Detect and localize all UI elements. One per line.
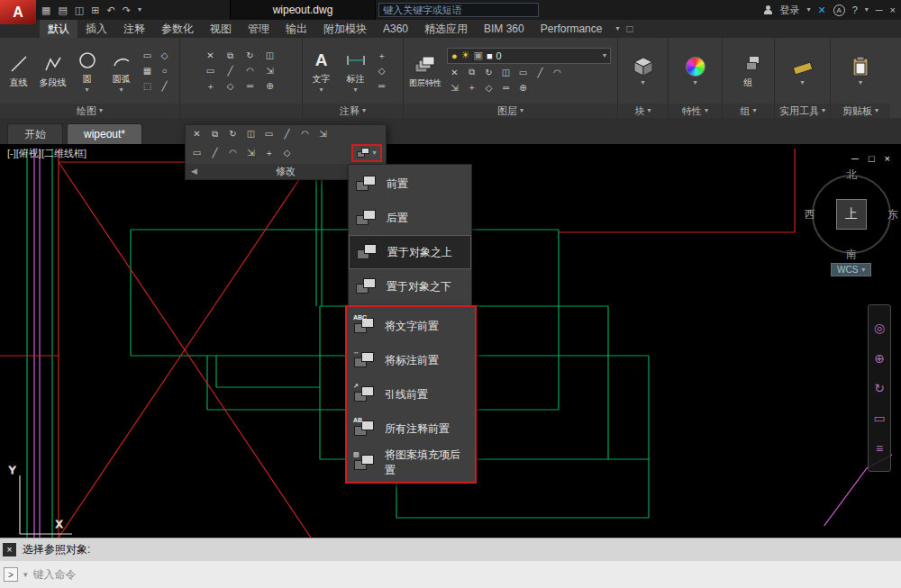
move-tool-icon[interactable]: ＋	[203, 79, 218, 93]
scale-tool-icon[interactable]: ◇	[223, 79, 238, 93]
drawing-geometry-green[interactable]	[27, 149, 649, 538]
layer-tool-icon[interactable]: ⇲	[447, 81, 462, 95]
draw-panel-label[interactable]: 绘图 ▾	[0, 104, 179, 118]
viewcube-east[interactable]: 东	[887, 207, 898, 222]
doc-restore-button[interactable]: □	[869, 153, 875, 164]
layer-tool-icon[interactable]: ═	[498, 81, 514, 95]
copy-nested-icon[interactable]: ＋	[261, 146, 277, 159]
lengthen-icon[interactable]: ↻	[225, 127, 241, 140]
arc-tool-button[interactable]: 圆弧 ▾	[105, 49, 137, 94]
login-button[interactable]: 登录	[779, 4, 799, 17]
viewcube-west[interactable]: 西	[805, 207, 815, 222]
layer-tool-icon[interactable]: ◇	[481, 81, 496, 95]
doc-close-button[interactable]: ×	[885, 153, 890, 164]
close-button[interactable]: ×	[890, 5, 896, 15]
paste-caret-icon[interactable]: ▾	[859, 79, 862, 86]
line-tool-button[interactable]: 直线	[3, 52, 34, 89]
layer-thaw-icon[interactable]: ☀	[461, 50, 470, 61]
explode-tool-icon[interactable]: ⊕	[262, 79, 278, 93]
menu-item-dimensions-to-front[interactable]: ↔ 将标注前置	[347, 343, 475, 377]
dimension-caret-icon[interactable]: ▾	[353, 86, 357, 94]
app-logo[interactable]: A	[0, 0, 36, 24]
circle-caret-icon[interactable]: ▾	[85, 86, 88, 94]
command-input[interactable]	[33, 568, 901, 581]
save-icon[interactable]: ◫	[75, 5, 84, 16]
edit-hatch-icon[interactable]: ╱	[279, 127, 295, 140]
file-tab-start[interactable]: 开始	[7, 123, 63, 144]
layer-lock-icon[interactable]: ▣	[474, 50, 483, 61]
menu-item-text-to-front[interactable]: ABC 将文字前置	[347, 309, 475, 343]
pin-icon[interactable]: ◀	[191, 167, 197, 176]
help-caret-icon[interactable]: ▾	[865, 6, 869, 14]
command-prompt-icon[interactable]: >	[4, 567, 18, 582]
group-button[interactable]: 组	[733, 52, 764, 89]
arc-caret-icon[interactable]: ▾	[119, 86, 123, 94]
menu-item-bring-above-objects[interactable]: 置于对象之上	[349, 235, 471, 269]
insert-block-button[interactable]: ▾	[627, 55, 659, 86]
layer-tool-icon[interactable]: ↻	[481, 66, 496, 79]
reverse-icon[interactable]: ⇲	[243, 146, 259, 159]
stretch-tool-icon[interactable]: ▭	[203, 64, 218, 77]
minimize-button[interactable]: ─	[876, 5, 883, 15]
draw-order-caret-icon[interactable]: ▾	[372, 149, 376, 157]
align-icon[interactable]: ⇲	[315, 127, 331, 140]
ribbon-minimize-icon[interactable]: □	[626, 23, 633, 35]
break-icon[interactable]: ▭	[189, 146, 205, 159]
navbar-menu-icon[interactable]: ≡	[876, 441, 883, 456]
xline-tool-icon[interactable]: ╱	[157, 79, 172, 93]
hatch-tool-icon[interactable]: ▦	[140, 64, 155, 77]
text-caret-icon[interactable]: ▾	[319, 86, 323, 94]
change-space-icon[interactable]: ⧉	[207, 127, 223, 140]
wcs-selector[interactable]: WCS ▾	[831, 263, 871, 276]
menu-item-bring-to-front[interactable]: 前置	[349, 167, 471, 201]
command-close-icon[interactable]: ×	[3, 543, 16, 556]
offset-tool-icon[interactable]: ⇲	[262, 64, 278, 77]
ribbon-tab-featured-apps[interactable]: 精选应用	[416, 20, 476, 38]
menu-grid-icon[interactable]: ▦	[41, 5, 50, 16]
layer-tool-icon[interactable]: ◠	[550, 66, 565, 79]
fillet-tool-icon[interactable]: ◠	[242, 64, 258, 77]
steering-wheel-icon[interactable]: ◎	[874, 321, 885, 335]
array-tool-icon[interactable]: ═	[242, 79, 258, 93]
viewport-controls-label[interactable]: [-][俯视][二维线框]	[7, 147, 86, 160]
autodesk-a-icon[interactable]: A	[833, 5, 845, 16]
menu-item-leaders-to-front[interactable]: ↗ 引线前置	[347, 377, 475, 412]
layer-tool-icon[interactable]: ╱	[532, 66, 548, 79]
layer-tool-icon[interactable]: ▭	[515, 66, 531, 79]
donut-tool-icon[interactable]: ○	[157, 64, 172, 77]
utilities-panel-label[interactable]: 实用工具 ▾	[775, 104, 830, 118]
join-icon[interactable]: ◠	[225, 146, 241, 159]
ribbon-tab-output[interactable]: 输出	[278, 20, 315, 38]
viewcube[interactable]: 北 南 西 东 上	[806, 169, 896, 259]
clipboard-panel-label[interactable]: 剪贴板 ▾	[831, 104, 890, 118]
layer-tool-icon[interactable]: ✕	[447, 66, 462, 79]
break-at-point-icon[interactable]: ╱	[207, 146, 223, 159]
zoom-extents-icon[interactable]: ▭	[873, 411, 885, 425]
measure-button[interactable]: ▾	[787, 55, 818, 86]
exchange-x-icon[interactable]: ✕	[817, 5, 825, 16]
ribbon-tab-manage[interactable]: 管理	[240, 20, 278, 38]
erase-tool-icon[interactable]: ✕	[203, 49, 218, 62]
ribbon-options-caret-icon[interactable]: ▾	[615, 25, 619, 32]
viewcube-south[interactable]: 南	[846, 247, 857, 262]
edit-array-icon[interactable]: ◠	[297, 127, 313, 140]
properties-panel-label[interactable]: 特性 ▾	[669, 104, 722, 118]
ribbon-tab-bim360[interactable]: BIM 360	[476, 20, 532, 38]
mirror-tool-icon[interactable]: ◫	[262, 49, 278, 62]
undo-icon[interactable]: ↶	[106, 5, 114, 16]
draw-order-split-button[interactable]: ▾	[351, 144, 382, 162]
set-to-bylayer-icon[interactable]: ✕	[189, 127, 205, 140]
file-tab-wipeout[interactable]: wipeout*	[67, 123, 142, 144]
ribbon-tab-annotate[interactable]: 注释	[115, 20, 153, 38]
circle-tool-button[interactable]: 圆 ▾	[71, 49, 103, 94]
menu-item-all-annotations-to-front[interactable]: AB 所有注释前置	[347, 412, 475, 446]
layer-tool-icon[interactable]: ⊕	[515, 81, 531, 95]
ribbon-tab-performance[interactable]: Performance	[532, 20, 611, 38]
layer-properties-button[interactable]: 图层特性	[406, 53, 444, 89]
properties-button[interactable]: ▾	[679, 55, 711, 86]
markup-tool-icon[interactable]: ═	[374, 79, 389, 93]
orbit-icon[interactable]: ↻	[874, 381, 885, 395]
redo-icon[interactable]: ↷	[123, 5, 131, 16]
menu-item-send-to-back[interactable]: 后置	[349, 201, 471, 235]
layer-tool-icon[interactable]: ＋	[464, 81, 479, 95]
